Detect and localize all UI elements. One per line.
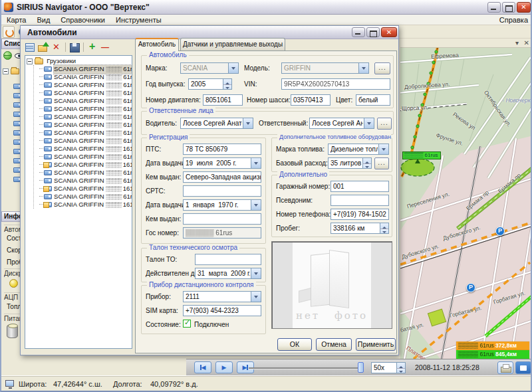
chevron-down-icon[interactable]: [251, 158, 261, 168]
apply-button[interactable]: Применить: [356, 338, 396, 351]
table-icon[interactable]: [24, 42, 36, 52]
parking-icon[interactable]: P: [495, 227, 505, 236]
sim-input[interactable]: +7(903) 454-2323: [183, 305, 261, 316]
tree-item-vehicle-0[interactable]: SCANIA GRIFFIN ▒▒▒▒▒ 61rus: [34, 65, 132, 73]
chevron-down-icon[interactable]: [251, 268, 261, 278]
tree-item-vehicle-9[interactable]: SCANIA GRIFFIN ▒▒▒▒▒ 61rus: [34, 137, 132, 145]
menu-item-3[interactable]: Инструменты: [110, 15, 167, 25]
dialog-minimize-button[interactable]: [352, 27, 365, 37]
menu-item-0[interactable]: Карта: [1, 15, 31, 25]
tree-item-vehicle-10[interactable]: SCANIA GRIFFIN ▒▒▒▒▒ 161rus: [34, 145, 132, 153]
speed-spinner[interactable]: 50x: [371, 362, 406, 373]
color-input[interactable]: белый: [356, 94, 390, 106]
chevron-down-icon[interactable]: [364, 118, 374, 128]
tree-item-vehicle-1[interactable]: SCANIA GRIFFIN ▒▒▒▒▒ 61rus: [34, 73, 132, 81]
chevron-down-icon[interactable]: [228, 63, 238, 73]
menu-item-1[interactable]: Вид: [31, 15, 55, 25]
chevron-down-icon[interactable]: [243, 118, 253, 128]
persons-browse-button[interactable]: ...: [377, 118, 392, 130]
tab-vehicle[interactable]: Автомобиль: [135, 38, 179, 51]
year-spinner[interactable]: 2005: [188, 78, 232, 90]
dialog-close-button[interactable]: [381, 27, 397, 37]
srts-date-combo[interactable]: 1 января 1970 г.: [183, 199, 261, 211]
garage-input[interactable]: 001: [331, 181, 389, 192]
responsible-combo[interactable]: Лосев Сергей Анатоль: [309, 118, 374, 129]
import-icon[interactable]: [37, 42, 49, 52]
tree-item-vehicle-15[interactable]: SCANIA GRIFFIN ▒▒▒▒▒ 161rus: [34, 185, 132, 193]
timeline-slider[interactable]: [249, 367, 363, 369]
globe-icon[interactable]: [3, 51, 12, 60]
pts-date-combo[interactable]: 19 июля 2005 г.: [183, 157, 261, 169]
model-browse-button[interactable]: ...: [374, 62, 390, 74]
add-icon[interactable]: [86, 42, 98, 52]
play-button[interactable]: ▶: [215, 361, 233, 373]
save-icon[interactable]: [68, 42, 80, 52]
tree-item-vehicle-6[interactable]: SCANIA GRIFFIN ▒▒▒▒▒ 61rus: [34, 113, 132, 121]
tree-item-vehicle-17[interactable]: SCANIA GRIFFIN ▒▒▒▒▒ 161rus: [34, 201, 132, 209]
menu-help[interactable]: Справка: [499, 16, 528, 24]
minimize-button[interactable]: [487, 2, 501, 13]
expander-icon[interactable]: [3, 68, 9, 74]
print-button[interactable]: [497, 361, 513, 374]
chevron-down-icon[interactable]: [251, 200, 261, 210]
rate-browse-button[interactable]: ...: [374, 157, 389, 169]
tab-sensors[interactable]: Датчики и управляемые выходы: [180, 38, 285, 50]
cancel-button[interactable]: Отмена: [316, 338, 352, 351]
rate-spinner[interactable]: 35 литров: [328, 157, 372, 169]
mileage-spinner[interactable]: 338166 км: [331, 223, 389, 234]
tree-item-vehicle-11[interactable]: SCANIA GRIFFIN ▒▒▒▒▒ 61rus: [34, 153, 132, 161]
chevron-down-icon[interactable]: [251, 292, 261, 302]
delete-icon[interactable]: [51, 42, 63, 52]
refresh-icon[interactable]: [3, 26, 15, 38]
tree-item-vehicle-14[interactable]: SCANIA GRIFFIN ▒▒▒▒▒ 61rus: [34, 177, 132, 185]
spin-up-icon[interactable]: [396, 363, 405, 368]
tree-item-vehicle-8[interactable]: SCANIA GRIFFIN ▒▒▒▒▒ 61rus: [34, 129, 132, 137]
marka-combo[interactable]: SCANIA: [180, 62, 239, 74]
chassis-input[interactable]: 03570413: [291, 94, 331, 106]
menu-item-2[interactable]: Справочники: [55, 15, 110, 25]
driver-combo[interactable]: Лосев Сергей Анатоль: [180, 118, 253, 129]
nickname-input[interactable]: [331, 195, 389, 206]
tree-item-vehicle-13[interactable]: SCANIA GRIFFIN ▒▒▒▒▒ 61rus: [34, 169, 132, 177]
spin-down-icon[interactable]: [396, 368, 405, 373]
model-combo[interactable]: GRIFFIN: [281, 62, 369, 74]
valid-until-combo[interactable]: 31 марта 2009 г.: [195, 268, 261, 279]
vehicle-tree[interactable]: Грузовики SCANIA GRIFFIN ▒▒▒▒▒ 61rusSCAN…: [25, 55, 132, 349]
spin-down-icon[interactable]: [223, 84, 231, 90]
collapse-icon[interactable]: [27, 58, 33, 64]
phone-input[interactable]: +7(919) 784-1502: [331, 209, 389, 220]
spin-down-icon[interactable]: [380, 229, 388, 234]
tree-item-vehicle-3[interactable]: SCANIA GRIFFIN ▒▒▒▒▒ 61rus: [34, 89, 132, 97]
tree-item-vehicle-12[interactable]: SCANIA GRIFFIN ▒▒▒▒▒ 161rus: [34, 161, 132, 169]
map-panel[interactable]: ▾ ✕: [400, 39, 532, 359]
photo-button[interactable]: [515, 361, 531, 374]
srts-issuer-input[interactable]: [183, 213, 261, 225]
tree-item-vehicle-2[interactable]: SCANIA GRIFFIN ▒▒▒▒▒ 61rus: [34, 81, 132, 89]
skip-start-button[interactable]: ◀: [194, 361, 211, 373]
fuel-combo[interactable]: Дизельное топливо: [328, 144, 389, 155]
close-map-icon[interactable]: ✕: [524, 39, 529, 47]
chevron-down-icon[interactable]: [378, 144, 388, 154]
ok-button[interactable]: ОК: [277, 338, 312, 351]
chevron-down-icon[interactable]: ▾: [515, 39, 519, 47]
tree-root[interactable]: Грузовики: [25, 56, 132, 65]
tree-item-vehicle-4[interactable]: SCANIA GRIFFIN ▒▒▒▒▒ 61rus: [34, 97, 132, 105]
srts-input[interactable]: [183, 185, 261, 197]
spin-down-icon[interactable]: [362, 163, 371, 169]
tree-item-vehicle-5[interactable]: SCANIA GRIFFIN ▒▒▒▒▒ 61rus: [34, 105, 132, 113]
timeline-thumb[interactable]: [358, 362, 364, 373]
close-button[interactable]: [517, 2, 531, 13]
engine-input[interactable]: 8051061: [203, 94, 243, 106]
tree-item-vehicle-16[interactable]: SCANIA GRIFFIN ▒▒▒▒▒ 61rus: [34, 193, 132, 201]
pts-issuer-input[interactable]: Северо-Западная акцизная т: [183, 171, 261, 183]
chevron-down-icon[interactable]: [358, 63, 368, 73]
spin-up-icon[interactable]: [362, 158, 371, 163]
dialog-maximize-button[interactable]: [366, 27, 380, 37]
parking-icon[interactable]: P: [466, 283, 475, 292]
vin-input[interactable]: 9R5P4X26002570413: [281, 78, 390, 90]
map-canvas[interactable]: ЕфремоваДобролюбова ул.Щорса ул.Октябрьс…: [400, 48, 532, 359]
tree-item-vehicle-7[interactable]: SCANIA GRIFFIN ▒▒▒▒▒ 61rus: [34, 121, 132, 129]
pts-input[interactable]: 78 ТС 850679: [183, 144, 261, 155]
gos-number-input[interactable]: ▒▒▒▒▒▒ 61rus: [183, 227, 261, 239]
ticket-input[interactable]: [195, 254, 261, 265]
